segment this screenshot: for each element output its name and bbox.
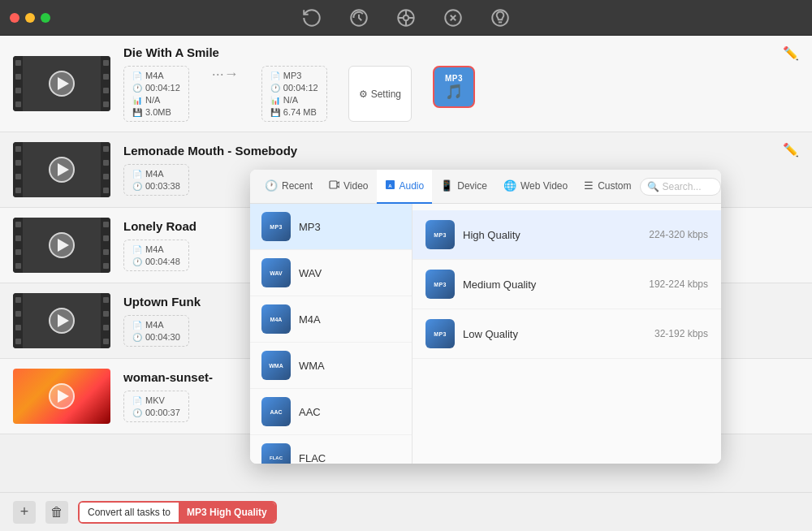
film-strip-left-3	[13, 218, 23, 273]
format-item-mp3[interactable]: MP3 MP3	[250, 204, 412, 250]
mp3-badge: MP3	[261, 212, 291, 241]
output-duration-1: 00:04:12	[283, 83, 318, 93]
aac-badge: AAC	[261, 397, 291, 426]
svg-rect-10	[330, 181, 337, 188]
delete-file-button[interactable]: 🗑	[45, 501, 68, 524]
input-meta-3: 📄 M4A 🕐 00:04:48	[123, 240, 189, 271]
arrow-1: ···→	[212, 66, 239, 122]
nav-edit-icon[interactable]	[442, 6, 464, 29]
device-icon: 📱	[440, 179, 453, 192]
input-format-2: M4A	[145, 169, 164, 179]
dropdown-tabs: 🕐 Recent Video A	[250, 170, 721, 204]
format-icon: 📄	[132, 71, 142, 80]
film-strip-left-1	[13, 56, 23, 111]
thumbnail-5	[13, 369, 110, 424]
output-size-1: 6.74 MB	[283, 107, 317, 117]
tab-audio[interactable]: A Audio	[377, 170, 433, 204]
web-video-icon: 🌐	[503, 179, 516, 192]
play-button-1[interactable]	[49, 71, 75, 97]
format-item-wma[interactable]: WMA WMA	[250, 343, 412, 389]
wav-badge: WAV	[261, 258, 291, 287]
nav-settings-icon[interactable]	[489, 6, 512, 29]
film-strip-right-4	[101, 293, 110, 348]
file-item-die-with-a-smile: Die With A Smile 📄 M4A 🕐 00:04:12 📊	[0, 36, 812, 132]
maximize-button[interactable]	[41, 13, 50, 23]
thumbnail-2	[13, 142, 110, 197]
film-strip-left-2	[13, 142, 23, 197]
input-format-4: M4A	[145, 320, 164, 330]
nav-rotate-icon[interactable]	[300, 6, 323, 29]
format-list: MP3 MP3 WAV WAV M4A M4A	[250, 204, 412, 464]
setting-button-1[interactable]: ⚙ Setting	[348, 66, 412, 122]
thumbnail-4	[13, 293, 110, 348]
recent-icon: 🕐	[265, 179, 278, 192]
format-item-m4a[interactable]: M4A M4A	[250, 296, 412, 343]
input-format-1: M4A	[145, 71, 164, 80]
input-meta-2: 📄 M4A 🕐 00:03:38	[123, 164, 189, 196]
input-duration-1: 00:04:12	[145, 83, 180, 93]
video-icon	[329, 179, 339, 192]
thumbnail-3	[13, 218, 110, 273]
film-strip-left-4	[13, 293, 23, 348]
play-button-2[interactable]	[49, 157, 75, 183]
custom-icon: ☰	[584, 179, 594, 192]
convert-all-container: Convert all tasks to MP3 High Quality	[78, 501, 277, 524]
output-quality-1: N/A	[283, 95, 298, 105]
nav-film-icon[interactable]	[395, 6, 417, 29]
input-meta-4: 📄 M4A 🕐 00:04:30	[123, 315, 189, 347]
input-duration-3: 00:04:48	[145, 257, 180, 266]
mp3-convert-badge-1[interactable]: MP3 🎵	[433, 66, 475, 108]
nav-refresh-icon[interactable]	[348, 6, 370, 29]
low-quality-badge: MP3	[425, 319, 455, 348]
wma-badge: WMA	[261, 351, 291, 380]
tab-custom[interactable]: ☰ Custom	[576, 170, 639, 204]
format-dropdown-panel: 🕐 Recent Video A	[250, 170, 721, 464]
file-title-2: Lemonade Mouth - Somebody	[123, 144, 799, 158]
quality-item-low[interactable]: MP3 Low Quality 32-192 kbps	[412, 309, 721, 359]
audio-icon: A	[385, 179, 395, 192]
svg-point-2	[404, 15, 409, 20]
output-meta-1: 📄 MP3 🕐 00:04:12 📊 N/A 💾	[261, 66, 327, 122]
file-meta-1: 📄 M4A 🕐 00:04:12 📊 N/A 💾	[123, 66, 799, 122]
edit-icon-1[interactable]: ✏️	[783, 45, 799, 61]
input-duration-4: 00:04:30	[145, 332, 180, 342]
nav-icons	[300, 6, 512, 29]
input-format-3: M4A	[145, 244, 164, 254]
tab-recent[interactable]: 🕐 Recent	[257, 170, 321, 204]
tab-device[interactable]: 📱 Device	[432, 170, 495, 204]
format-search-box[interactable]: 🔍 Search...	[640, 178, 721, 196]
flac-badge: FLAC	[261, 443, 291, 464]
play-button-5[interactable]	[49, 383, 75, 409]
dropdown-body: MP3 MP3 WAV WAV M4A M4A	[250, 204, 721, 464]
film-strip-right-2	[101, 142, 110, 197]
svg-text:A: A	[388, 183, 392, 188]
traffic-lights	[10, 13, 50, 23]
high-quality-badge: MP3	[425, 220, 455, 249]
play-button-3[interactable]	[49, 232, 75, 258]
tab-web-video[interactable]: 🌐 Web Video	[495, 170, 576, 204]
main-content: Die With A Smile 📄 M4A 🕐 00:04:12 📊	[0, 36, 812, 531]
file-info-1: Die With A Smile 📄 M4A 🕐 00:04:12 📊	[123, 45, 799, 122]
quality-item-medium[interactable]: MP3 Medium Quality 192-224 kbps	[412, 260, 721, 309]
m4a-badge: M4A	[261, 304, 291, 334]
bottom-bar: + 🗑 Convert all tasks to MP3 High Qualit…	[0, 492, 812, 531]
convert-format-badge[interactable]: MP3 High Quality	[179, 503, 275, 522]
quality-item-high[interactable]: MP3 High Quality 224-320 kbps	[412, 210, 721, 260]
format-item-aac[interactable]: AAC AAC	[250, 389, 412, 435]
quality-icon: 📊	[132, 96, 142, 105]
play-button-4[interactable]	[49, 308, 75, 334]
edit-icon-2[interactable]: ✏️	[783, 142, 799, 158]
input-format-5: MKV	[145, 395, 165, 405]
tab-video[interactable]: Video	[321, 170, 376, 204]
input-duration-5: 00:00:37	[145, 408, 180, 417]
minimize-button[interactable]	[25, 13, 35, 23]
format-item-wav[interactable]: WAV WAV	[250, 250, 412, 296]
close-button[interactable]	[10, 13, 19, 23]
format-item-flac[interactable]: FLAC FLAC	[250, 435, 412, 464]
quality-list: MP3 High Quality 224-320 kbps MP3 Medium…	[412, 204, 721, 464]
medium-quality-badge: MP3	[425, 270, 455, 299]
add-file-button[interactable]: +	[13, 501, 36, 524]
title-bar	[0, 0, 812, 36]
thumbnail-1	[13, 56, 110, 111]
clock-icon: 🕐	[132, 84, 142, 93]
